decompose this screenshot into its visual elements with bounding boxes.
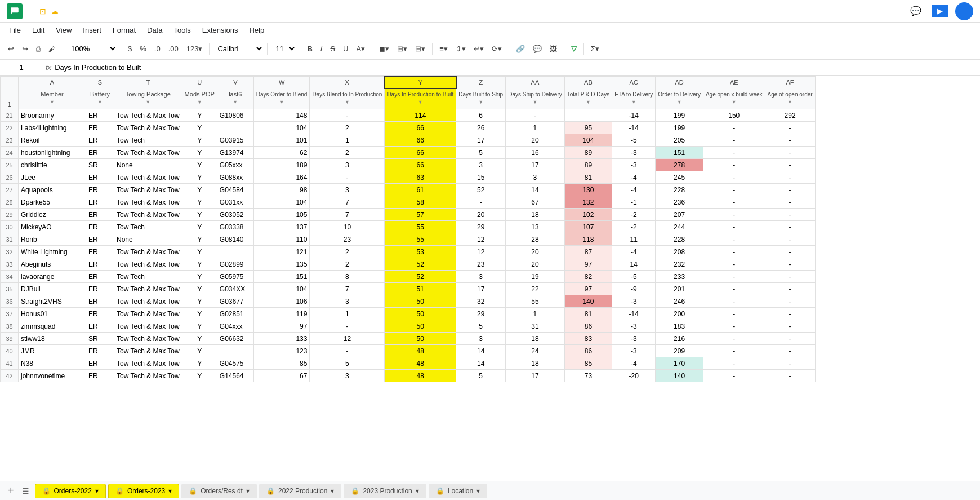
cell-towing[interactable]: Tow Tech xyxy=(114,134,182,147)
cell-battery[interactable]: ER xyxy=(86,122,114,134)
row-number[interactable]: 40 xyxy=(1,345,19,357)
cell-AA[interactable]: 1 xyxy=(506,122,565,134)
cell-X[interactable]: 12 xyxy=(310,333,385,345)
cell-member[interactable]: Straight2VHS xyxy=(19,295,86,308)
cell-last6[interactable]: G06632 xyxy=(217,333,253,345)
cell-AD[interactable]: 205 xyxy=(656,134,703,147)
cell-AD[interactable]: 228 xyxy=(656,184,703,196)
cell-last6[interactable] xyxy=(217,345,253,357)
cell-AE[interactable]: - xyxy=(703,295,765,308)
header-member[interactable]: Member ▼ xyxy=(19,89,86,109)
cell-battery[interactable]: ER xyxy=(86,109,114,122)
cell-W[interactable]: 148 xyxy=(253,109,310,122)
cell-AF[interactable]: - xyxy=(765,283,815,295)
cell-member[interactable]: stlww18 xyxy=(19,333,86,345)
cell-X[interactable]: 1 xyxy=(310,134,385,147)
cell-AE[interactable]: - xyxy=(703,357,765,370)
cell-AD[interactable]: 246 xyxy=(656,295,703,308)
cell-Y[interactable]: 52 xyxy=(385,258,456,271)
cell-member[interactable]: Dparke55 xyxy=(19,196,86,209)
cell-AB[interactable]: 140 xyxy=(564,295,612,308)
cell-X[interactable]: 23 xyxy=(310,233,385,246)
cell-last6[interactable]: G04584 xyxy=(217,184,253,196)
format-paint-button[interactable]: 🖌 xyxy=(45,42,59,55)
row-number[interactable]: 25 xyxy=(1,159,19,171)
cell-Z[interactable]: 3 xyxy=(456,159,506,171)
cell-last6[interactable]: G034XX xyxy=(217,283,253,295)
meet-button[interactable]: ▶ xyxy=(932,5,948,17)
cell-member[interactable]: Ronb xyxy=(19,233,86,246)
header-battery[interactable]: Battery ▼ xyxy=(86,89,114,109)
header-mods[interactable]: Mods POP ▼ xyxy=(182,89,217,109)
cell-towing[interactable]: None xyxy=(114,159,182,171)
cell-AA[interactable]: 19 xyxy=(506,271,565,283)
cell-AA[interactable]: 18 xyxy=(506,357,565,370)
cell-AB[interactable]: 107 xyxy=(564,221,612,233)
cell-AF[interactable]: - xyxy=(765,357,815,370)
cell-X[interactable]: 8 xyxy=(310,271,385,283)
cell-AB[interactable]: 118 xyxy=(564,233,612,246)
cell-AF[interactable]: - xyxy=(765,184,815,196)
cell-towing[interactable]: Tow Tech & Max Tow xyxy=(114,246,182,258)
cell-AB[interactable]: 73 xyxy=(564,370,612,382)
cell-Z[interactable]: 14 xyxy=(456,345,506,357)
row-number[interactable]: 33 xyxy=(1,258,19,271)
cell-AD[interactable]: 200 xyxy=(656,308,703,320)
cell-battery[interactable]: ER xyxy=(86,370,114,382)
cell-X[interactable]: 2 xyxy=(310,147,385,159)
cell-AA[interactable]: 17 xyxy=(506,159,565,171)
cell-AB[interactable]: 130 xyxy=(564,184,612,196)
cell-Z[interactable]: 26 xyxy=(456,122,506,134)
row-number[interactable]: 23 xyxy=(1,134,19,147)
cell-towing[interactable]: Tow Tech & Max Tow xyxy=(114,308,182,320)
cell-Z[interactable]: 12 xyxy=(456,246,506,258)
row-number[interactable]: 28 xyxy=(1,196,19,209)
cell-AF[interactable]: - xyxy=(765,320,815,333)
cell-last6[interactable] xyxy=(217,122,253,134)
row-number[interactable]: 41 xyxy=(1,357,19,370)
cell-last6[interactable]: G04575 xyxy=(217,357,253,370)
percent-button[interactable]: % xyxy=(136,42,150,55)
header-X[interactable]: Days Blend to In Production ▼ xyxy=(310,89,385,109)
header-AF[interactable]: Age of open order ▼ xyxy=(765,89,815,109)
cell-Y[interactable]: 50 xyxy=(385,320,456,333)
header-Y[interactable]: Days In Production to Built ▼ xyxy=(385,89,456,109)
strikethrough-button[interactable]: S xyxy=(327,42,338,55)
row-number[interactable]: 34 xyxy=(1,271,19,283)
cell-Z[interactable]: 17 xyxy=(456,283,506,295)
row-number[interactable]: 30 xyxy=(1,221,19,233)
more-formats-button[interactable]: 123▾ xyxy=(183,42,206,55)
cell-member[interactable]: Aquapools xyxy=(19,184,86,196)
cell-AC[interactable]: -4 xyxy=(612,357,656,370)
cell-battery[interactable]: ER xyxy=(86,171,114,184)
cell-Y[interactable]: 50 xyxy=(385,333,456,345)
cell-towing[interactable]: Tow Tech & Max Tow xyxy=(114,258,182,271)
formula-input[interactable] xyxy=(55,63,975,72)
cell-AA[interactable]: 17 xyxy=(506,370,565,382)
cell-AC[interactable]: -4 xyxy=(612,184,656,196)
cell-AC[interactable]: -3 xyxy=(612,159,656,171)
cell-AF[interactable]: - xyxy=(765,295,815,308)
underline-button[interactable]: U xyxy=(340,42,351,55)
cell-AA[interactable]: 24 xyxy=(506,345,565,357)
cell-member[interactable]: N38 xyxy=(19,357,86,370)
cell-AA[interactable]: 14 xyxy=(506,184,565,196)
cell-member[interactable]: Abeginuts xyxy=(19,258,86,271)
cell-AD[interactable]: 278 xyxy=(656,159,703,171)
cell-mods[interactable]: Y xyxy=(182,147,217,159)
col-AA-header[interactable]: AA xyxy=(506,76,565,89)
font-select[interactable]: Calibri xyxy=(213,43,264,55)
cell-AF[interactable]: - xyxy=(765,196,815,209)
cell-AD[interactable]: 208 xyxy=(656,246,703,258)
cell-AA[interactable]: 31 xyxy=(506,320,565,333)
col-U-header[interactable]: U xyxy=(182,76,217,89)
cell-last6[interactable]: G02899 xyxy=(217,258,253,271)
cell-W[interactable]: 85 xyxy=(253,357,310,370)
menu-edit[interactable]: Edit xyxy=(28,25,49,36)
cell-AD[interactable]: 232 xyxy=(656,258,703,271)
cell-AE[interactable]: - xyxy=(703,184,765,196)
cell-member[interactable]: Honus01 xyxy=(19,308,86,320)
cell-AF[interactable]: - xyxy=(765,122,815,134)
cell-X[interactable]: - xyxy=(310,171,385,184)
cell-AF[interactable]: - xyxy=(765,209,815,221)
